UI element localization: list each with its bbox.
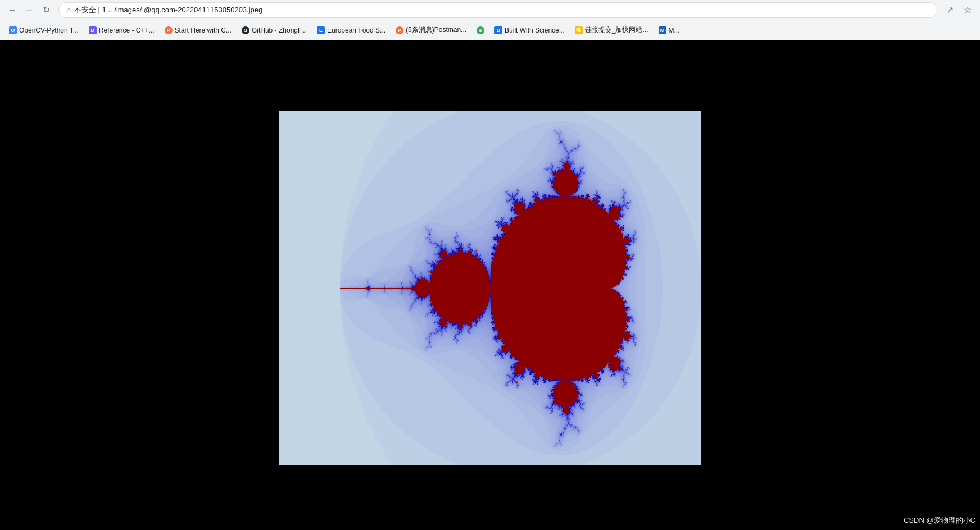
watermark: CSDN @爱物理的小C <box>904 515 976 526</box>
bookmark-page-button[interactable]: ☆ <box>960 2 976 18</box>
back-button[interactable]: ← <box>4 2 20 18</box>
bookmark-favicon-built: B <box>494 26 502 34</box>
bookmark-item-postman2[interactable]: P(5条消息)Postman... <box>391 23 471 38</box>
bookmark-favicon-mm: M <box>659 26 666 34</box>
bookmark-label-postman: Start Here with C... <box>175 26 232 34</box>
bookmark-favicon-opencv: O <box>9 26 17 34</box>
bookmark-item-european[interactable]: EEuropean Food S... <box>312 23 390 38</box>
bookmark-label-opencv: OpenCV-Python T... <box>19 26 79 34</box>
bookmark-label-devdocs: Reference - C++... <box>99 26 155 34</box>
url-text: 不安全 | 1... /images/ @qq.com-202204111530… <box>74 5 262 15</box>
title-bar-actions: ↗ ☆ <box>942 2 976 18</box>
page-content: CSDN @爱物理的小C <box>0 40 980 530</box>
share-button[interactable]: ↗ <box>942 2 958 18</box>
bookmark-favicon-chain: 链 <box>575 26 583 34</box>
title-bar: ← → ↻ ⚠ 不安全 | 1... /images/ @qq.com-2022… <box>0 0 980 20</box>
nav-buttons: ← → ↻ <box>4 2 54 18</box>
bookmark-label-built: Built With Science... <box>505 26 565 34</box>
mandelbrot-container <box>279 111 701 465</box>
bookmark-favicon-site1: ⊕ <box>477 26 484 34</box>
mandelbrot-canvas <box>279 111 701 465</box>
address-bar[interactable]: ⚠ 不安全 | 1... /images/ @qq.com-2022041115… <box>58 2 937 18</box>
bookmark-item-opencv[interactable]: OOpenCV-Python T... <box>4 23 83 38</box>
browser-frame: ← → ↻ ⚠ 不安全 | 1... /images/ @qq.com-2022… <box>0 0 980 530</box>
bookmark-favicon-european: E <box>317 26 325 34</box>
bookmarks-bar: OOpenCV-Python T...DReference - C++...PS… <box>0 20 980 40</box>
bookmark-favicon-github: G <box>242 26 249 34</box>
bookmark-label-github: GitHub - ZhongF... <box>252 26 307 34</box>
bookmark-item-chain[interactable]: 链链接提交_加快网站... <box>570 23 653 38</box>
bookmark-label-chain: 链接提交_加快网站... <box>585 25 648 35</box>
bookmark-favicon-postman2: P <box>396 26 403 34</box>
bookmark-favicon-postman: P <box>165 26 173 34</box>
reload-button[interactable]: ↻ <box>38 2 54 18</box>
bookmark-label-mm: M... <box>669 26 680 34</box>
bookmark-item-mm[interactable]: MM... <box>654 23 684 38</box>
bookmark-item-built[interactable]: BBuilt With Science... <box>490 23 569 38</box>
bookmark-item-devdocs[interactable]: DReference - C++... <box>84 23 159 38</box>
bookmark-label-european: European Food S... <box>327 26 385 34</box>
security-icon: ⚠ <box>66 6 72 14</box>
bookmark-item-github[interactable]: GGitHub - ZhongF... <box>237 23 311 38</box>
bookmark-favicon-devdocs: D <box>89 26 97 34</box>
forward-button[interactable]: → <box>21 2 37 18</box>
bookmark-label-postman2: (5条消息)Postman... <box>406 25 466 35</box>
bookmark-item-postman[interactable]: PStart Here with C... <box>160 23 236 38</box>
bookmark-item-site1[interactable]: ⊕ <box>472 23 489 38</box>
